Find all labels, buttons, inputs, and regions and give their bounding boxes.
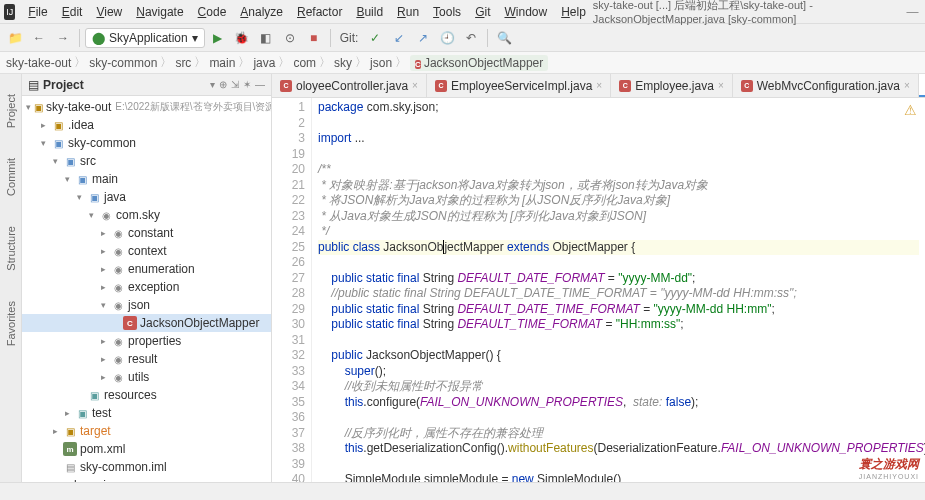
hide-panel-icon[interactable]: — <box>255 79 265 90</box>
editor-area: ColoyeeController.java×CEmployeeServiceI… <box>272 74 925 482</box>
menu-code[interactable]: Code <box>191 5 234 19</box>
class-icon: C <box>619 80 631 92</box>
tree-node[interactable]: ▤sky-common.iml <box>22 458 271 476</box>
menu-file[interactable]: File <box>21 5 54 19</box>
stop-icon[interactable]: ■ <box>303 27 325 49</box>
close-tab-icon[interactable]: × <box>412 80 418 91</box>
chevron-down-icon[interactable]: ▾ <box>210 79 215 90</box>
back-icon[interactable]: ← <box>28 27 50 49</box>
line-gutter: 1231920212223242526272829303132333435363… <box>272 98 312 482</box>
breadcrumb-item[interactable]: sky-take-out <box>6 56 71 70</box>
project-tab-icon: ▤ <box>28 78 39 92</box>
left-tool-rail: ProjectCommitStructureFavorites <box>0 74 22 482</box>
editor-tabs: ColoyeeController.java×CEmployeeServiceI… <box>272 74 925 98</box>
code-content[interactable]: package com.sky.json; import ... /** * 对… <box>312 98 925 482</box>
tree-node[interactable]: ▸▣test <box>22 404 271 422</box>
coverage-icon[interactable]: ◧ <box>255 27 277 49</box>
breadcrumb-item[interactable]: src <box>175 56 191 70</box>
close-tab-icon[interactable]: × <box>904 80 910 91</box>
warning-icon[interactable]: ⚠ <box>904 102 917 118</box>
rail-commit[interactable]: Commit <box>5 158 17 196</box>
breadcrumb-item[interactable]: com <box>293 56 316 70</box>
rail-favorites[interactable]: Favorites <box>5 301 17 346</box>
menu-window[interactable]: Window <box>497 5 554 19</box>
forward-icon[interactable]: → <box>52 27 74 49</box>
close-tab-icon[interactable]: × <box>718 80 724 91</box>
tree-node[interactable]: ▸◉constant <box>22 224 271 242</box>
tree-node[interactable]: ▾▣java <box>22 188 271 206</box>
tree-node[interactable]: ▸◉result <box>22 350 271 368</box>
tree-node[interactable]: ▣resources <box>22 386 271 404</box>
menu-run[interactable]: Run <box>390 5 426 19</box>
toolbar: 📁 ← → ⬤ SkyApplication ▾ ▶ 🐞 ◧ ⊙ ■ Git: … <box>0 24 925 52</box>
editor-tab[interactable]: CWebMvcConfiguration.java× <box>733 74 919 97</box>
run-config-dropdown[interactable]: ⬤ SkyApplication ▾ <box>85 28 205 48</box>
profile-icon[interactable]: ⊙ <box>279 27 301 49</box>
tree-node[interactable]: ▸▣.idea <box>22 116 271 134</box>
class-icon: C <box>435 80 447 92</box>
window-title: sky-take-out [...] 后端初始工程\sky-take-out] … <box>593 0 904 25</box>
breadcrumb-item[interactable]: java <box>253 56 275 70</box>
menu-view[interactable]: View <box>89 5 129 19</box>
menu-navigate[interactable]: Navigate <box>129 5 190 19</box>
app-logo: IJ <box>4 4 15 20</box>
breadcrumb-item[interactable]: json <box>370 56 392 70</box>
tree-node[interactable]: ▾◉com.sky <box>22 206 271 224</box>
tree-node[interactable]: ▸▣sky-pojo <box>22 476 271 482</box>
minimize-button[interactable]: — <box>904 5 921 19</box>
close-tab-icon[interactable]: × <box>596 80 602 91</box>
tree-node[interactable]: ▸▣target <box>22 422 271 440</box>
tree-node[interactable]: CJacksonObjectMapper <box>22 314 271 332</box>
tree-node[interactable]: ▸◉exception <box>22 278 271 296</box>
rail-structure[interactable]: Structure <box>5 226 17 271</box>
class-icon: C <box>741 80 753 92</box>
debug-icon[interactable]: 🐞 <box>231 27 253 49</box>
tree-node[interactable]: mpom.xml <box>22 440 271 458</box>
run-icon[interactable]: ▶ <box>207 27 229 49</box>
menu-analyze[interactable]: Analyze <box>233 5 290 19</box>
expand-icon[interactable]: ⇲ <box>231 79 239 90</box>
editor-tab[interactable]: CJacksonObjectMapper.ja× <box>919 74 925 97</box>
git-rollback-icon[interactable]: ↶ <box>460 27 482 49</box>
git-history-icon[interactable]: 🕘 <box>436 27 458 49</box>
tree-node[interactable]: ▸◉utils <box>22 368 271 386</box>
breadcrumb-item[interactable]: sky <box>334 56 352 70</box>
tree-node[interactable]: ▸◉enumeration <box>22 260 271 278</box>
editor-tab[interactable]: CEmployee.java× <box>611 74 733 97</box>
tree-node[interactable]: ▾▣src <box>22 152 271 170</box>
tree-node[interactable]: ▾▣main <box>22 170 271 188</box>
tree-node[interactable]: ▾▣sky-common <box>22 134 271 152</box>
project-header: ▤ Project ▾ ⊕ ⇲ ✶ — <box>22 74 271 96</box>
select-opened-icon[interactable]: ⊕ <box>219 79 227 90</box>
project-header-title: Project <box>43 78 206 92</box>
git-pull-icon[interactable]: ↙ <box>388 27 410 49</box>
menubar: IJ FileEditViewNavigateCodeAnalyzeRefact… <box>0 0 925 24</box>
chevron-down-icon: ▾ <box>192 31 198 45</box>
project-panel: ▤ Project ▾ ⊕ ⇲ ✶ — ▾▣sky-take-outE:\202… <box>22 74 272 482</box>
project-tree[interactable]: ▾▣sky-take-outE:\2022新版课程\苍穹外卖项目\资源▸▣.id… <box>22 96 271 482</box>
breadcrumb-item[interactable]: sky-common <box>89 56 157 70</box>
menu-tools[interactable]: Tools <box>426 5 468 19</box>
menu-refactor[interactable]: Refactor <box>290 5 349 19</box>
open-icon[interactable]: 📁 <box>4 27 26 49</box>
menu-build[interactable]: Build <box>349 5 390 19</box>
statusbar <box>0 482 925 500</box>
tree-node[interactable]: ▸◉context <box>22 242 271 260</box>
breadcrumb-item[interactable]: CJacksonObjectMapper <box>410 55 548 71</box>
search-icon[interactable]: 🔍 <box>493 27 515 49</box>
menu-git[interactable]: Git <box>468 5 497 19</box>
git-commit-icon[interactable]: ✓ <box>364 27 386 49</box>
git-push-icon[interactable]: ↗ <box>412 27 434 49</box>
tree-node[interactable]: ▾▣sky-take-outE:\2022新版课程\苍穹外卖项目\资源 <box>22 98 271 116</box>
tree-node[interactable]: ▸◉properties <box>22 332 271 350</box>
editor-tab[interactable]: CEmployeeServiceImpl.java× <box>427 74 611 97</box>
tree-node[interactable]: ▾◉json <box>22 296 271 314</box>
collapse-icon[interactable]: ✶ <box>243 79 251 90</box>
rail-project[interactable]: Project <box>5 94 17 128</box>
run-dot-icon: ⬤ <box>92 31 105 45</box>
editor-tab[interactable]: ColoyeeController.java× <box>272 74 427 97</box>
menu-edit[interactable]: Edit <box>55 5 90 19</box>
menu-help[interactable]: Help <box>554 5 593 19</box>
breadcrumb-item[interactable]: main <box>209 56 235 70</box>
code-editor[interactable]: 1231920212223242526272829303132333435363… <box>272 98 925 482</box>
